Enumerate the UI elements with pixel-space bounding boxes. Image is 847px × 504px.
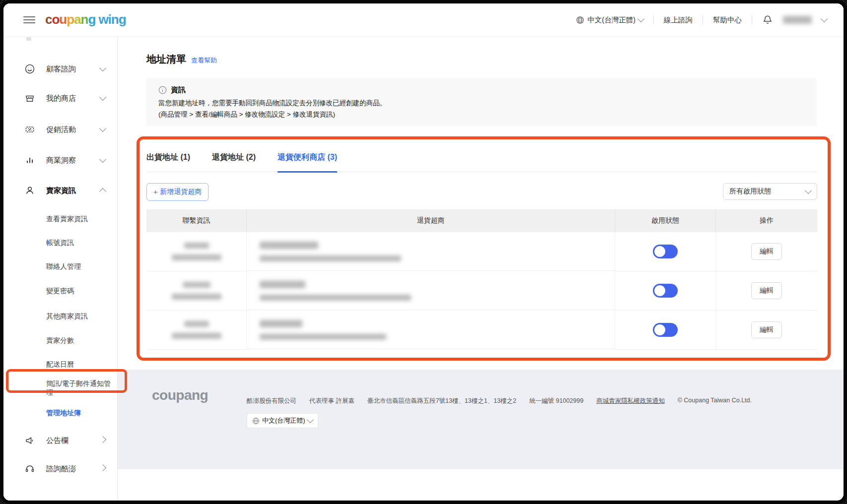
- chevron-up-icon: [99, 188, 106, 195]
- logo-wing-text: wing: [98, 12, 126, 27]
- cell-return-store: [247, 311, 615, 349]
- megaphone-icon: [24, 435, 35, 446]
- redacted-contact-phone: [172, 254, 221, 260]
- chevron-down-icon: [805, 187, 812, 194]
- sidebar-item-label: 我的商店: [46, 94, 76, 103]
- online-chat-link[interactable]: 線上諮詢: [664, 15, 693, 25]
- sidebar-item-label: 促銷活動: [46, 125, 76, 134]
- filter-selected-value: 所有啟用狀態: [729, 187, 771, 196]
- top-bar: coupangwing 中文(台灣正體) 線上諮詢 幫助中心: [3, 3, 844, 37]
- sidebar-subitem-label: 賣家分數: [46, 336, 74, 345]
- help-center-link[interactable]: 幫助中心: [713, 15, 742, 25]
- sidebar-subitem-change-password[interactable]: 變更密碼: [3, 281, 117, 301]
- logo-letter-2: u: [59, 12, 67, 27]
- page-title-text: 地址清單: [146, 54, 186, 64]
- column-header-return-store: 退貨超商: [247, 209, 615, 232]
- sidebar-subitem-delivery-calendar[interactable]: 配送日曆: [3, 355, 117, 375]
- logo-letter-4: a: [74, 12, 80, 27]
- chevron-right-icon: [99, 436, 106, 443]
- user-name-redacted[interactable]: [783, 16, 812, 24]
- footer-language-selector[interactable]: 中文(台灣正體): [247, 413, 318, 428]
- enable-toggle[interactable]: [653, 245, 678, 258]
- divider: [703, 15, 703, 24]
- sidebar-item-business-insights[interactable]: 商業洞察: [3, 148, 117, 172]
- sidebar-item-customer-inquiries[interactable]: 顧客諮詢: [3, 57, 117, 81]
- sidebar-subitem-contact-management[interactable]: 聯絡人管理: [3, 257, 117, 277]
- coupon-percent-icon: [24, 124, 35, 135]
- notification-bell-icon[interactable]: [762, 14, 773, 25]
- page-title: 地址清單查看幫助: [146, 53, 217, 66]
- footer-language-label: 中文(台灣正體): [262, 416, 305, 425]
- sidebar-subitem-sms-email-notification[interactable]: 簡訊/電子郵件通知管理: [3, 378, 117, 398]
- sidebar-subitem-label: 配送日曆: [46, 360, 74, 369]
- sidebar-item-label: 賣家資訊: [46, 186, 76, 195]
- redacted-contact-name: [183, 282, 211, 288]
- edit-button[interactable]: 編輯: [751, 243, 782, 260]
- sidebar-subitem-account-info[interactable]: 帳號資訊: [3, 233, 117, 253]
- hamburger-menu-icon[interactable]: [23, 14, 35, 24]
- sidebar-item-label: 商業洞察: [46, 156, 76, 165]
- sidebar-subitem-manage-address-book[interactable]: 管理地址簿: [3, 403, 117, 423]
- redacted-store-address: [260, 334, 386, 340]
- tab-return-convenience-store[interactable]: 退貨便利商店 (3): [278, 152, 337, 173]
- sidebar-item-my-store[interactable]: 我的商店: [3, 86, 117, 110]
- globe-icon: [252, 417, 260, 425]
- edit-button[interactable]: 編輯: [751, 282, 782, 299]
- footer: coupang 酷澎股份有限公司 代表理事 許展嘉 臺北市信義區信義路五段7號1…: [117, 370, 844, 469]
- bar-chart-icon: [24, 155, 35, 166]
- cell-return-store: [247, 232, 615, 271]
- redacted-store-address: [260, 295, 411, 301]
- sidebar-subitem-other-merchant-info[interactable]: 其他商家資訊: [3, 307, 117, 326]
- edit-button[interactable]: 編輯: [751, 321, 782, 338]
- sidebar-subitem-seller-score[interactable]: 賣家分數: [3, 331, 117, 351]
- chevron-down-icon: [99, 64, 106, 71]
- tab-shipping-address[interactable]: 出貨地址 (1): [146, 152, 190, 173]
- add-return-store-button[interactable]: + 新增退貨超商: [146, 183, 209, 201]
- footer-company-name: 酷澎股份有限公司: [247, 397, 296, 405]
- smiley-face-icon: [24, 63, 35, 74]
- cell-actions: 編輯: [716, 271, 817, 311]
- footer-privacy-policy-link[interactable]: 商城賣家隱私權政策通知: [596, 397, 665, 405]
- globe-icon: [576, 16, 584, 24]
- user-menu-chevron-icon[interactable]: [821, 15, 828, 22]
- divider: [752, 15, 752, 24]
- footer-tax-id: 統一編號 91002999: [529, 397, 583, 405]
- info-circle-icon: [158, 86, 167, 94]
- return-store-table: 聯繫資訊 退貨超商 啟用狀態 操作 編輯: [146, 209, 817, 350]
- sidebar-item-promotions[interactable]: 促銷活動: [3, 118, 117, 141]
- cell-actions: 編輯: [716, 232, 817, 271]
- sidebar-item-seller-info[interactable]: 賣家資訊: [3, 179, 117, 202]
- sidebar-item-label: 顧客諮詢: [46, 64, 76, 74]
- column-header-activation-status: 啟用狀態: [615, 209, 716, 232]
- sidebar-item-announcements[interactable]: 公告欄: [3, 429, 117, 452]
- sidebar-item-label: 公告欄: [46, 436, 69, 445]
- footer-address: 臺北市信義區信義路五段7號13樓、13樓之1、13樓之2: [367, 397, 516, 405]
- enable-toggle[interactable]: [653, 284, 678, 298]
- window-frame: coupangwing 中文(台灣正體) 線上諮詢 幫助中心: [0, 0, 847, 504]
- redacted-contact-phone: [172, 333, 221, 339]
- sidebar: 顧客諮詢 我的商店 促銷活動 商業洞察 賣家資訊 查看賣家資訊 帳號資訊 聯絡人…: [3, 36, 118, 501]
- chevron-down-icon: [99, 156, 106, 163]
- sidebar-item-contact-coupang[interactable]: 諮詢酷澎: [3, 457, 117, 481]
- table-row: 編輯: [146, 311, 817, 350]
- redacted-store-name: [260, 242, 318, 249]
- sidebar-subitem-label: 管理地址簿: [46, 409, 81, 418]
- view-help-link[interactable]: 查看幫助: [191, 57, 217, 64]
- cell-contact-info: [146, 271, 247, 311]
- language-selector[interactable]: 中文(台灣正體): [576, 15, 643, 25]
- sidebar-subitem-view-seller-info[interactable]: 查看賣家資訊: [3, 209, 117, 229]
- cell-contact-info: [146, 232, 247, 271]
- table-row: 編輯: [146, 271, 817, 311]
- table-row: 編輯: [146, 232, 817, 271]
- chevron-down-icon: [99, 94, 106, 101]
- coupang-wing-logo[interactable]: coupangwing: [45, 12, 126, 27]
- address-tabs: 出貨地址 (1) 退貨地址 (2) 退貨便利商店 (3): [146, 152, 337, 173]
- activation-status-filter-dropdown[interactable]: 所有啟用狀態: [723, 183, 817, 200]
- cell-activation-status: [615, 311, 716, 350]
- logo-letter-0: c: [45, 12, 52, 27]
- tab-return-address[interactable]: 退貨地址 (2): [212, 152, 256, 173]
- enable-toggle[interactable]: [653, 323, 678, 337]
- app-screen: coupangwing 中文(台灣正體) 線上諮詢 幫助中心: [3, 3, 844, 501]
- redacted-contact-name: [184, 321, 209, 327]
- column-header-contact-info: 聯繫資訊: [146, 209, 247, 232]
